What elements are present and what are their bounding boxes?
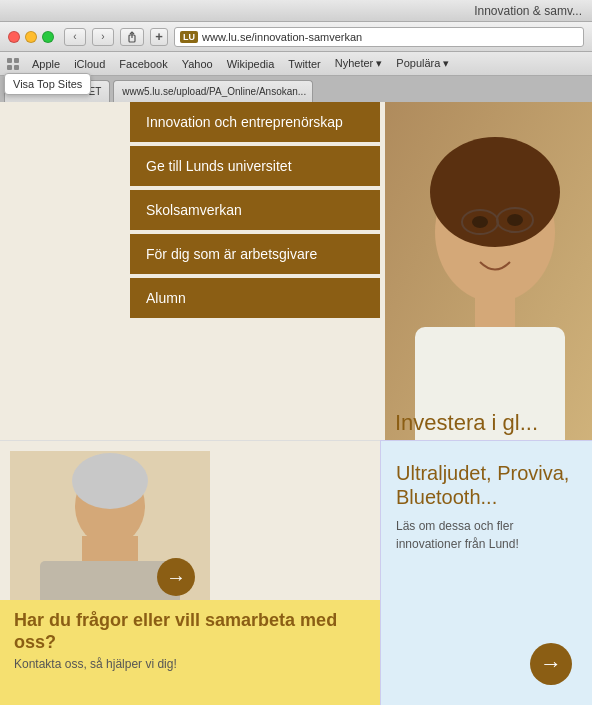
svg-point-18 [72,453,148,509]
address-bar[interactable]: LU www.lu.se/innovation-samverkan [174,27,584,47]
arrow-right-icon-2: → [540,651,562,677]
bottom-text-box: Har du frågor eller vill samarbeta med o… [0,600,380,705]
bookmarks-icon [6,57,20,71]
bottom-row: → Har du frågor eller vill samarbeta med… [0,440,592,705]
menu-item-innovation[interactable]: Innovation och entreprenörskap [130,102,380,142]
bottom-left-card: → Har du frågor eller vill samarbeta med… [0,440,380,705]
bookmarks-bar: Apple iCloud Facebook Yahoo Wikipedia Tw… [0,52,592,76]
bookmark-facebook[interactable]: Facebook [113,56,173,72]
title-bar: Innovation & samv... [0,0,592,22]
tab-pa-online[interactable]: www5.lu.se/upload/PA_Online/Ansokan... [113,80,313,102]
ultrasound-desc: Läs om dessa och fler innovationer från … [396,517,577,553]
svg-rect-2 [14,58,19,63]
arrow-right-button-bottom[interactable]: → [157,558,195,596]
bottom-sub: Kontakta oss, så hjälper vi dig! [14,657,366,671]
svg-rect-3 [7,65,12,70]
left-menu: Innovation och entreprenörskap Ge till L… [130,102,380,322]
svg-rect-4 [14,65,19,70]
arrow-right-button-ultraljud[interactable]: → [530,643,572,685]
share-button[interactable] [120,28,144,46]
window-chrome: ‹ › + LU www.lu.se/innovation-samverkan [0,22,592,52]
bookmark-twitter[interactable]: Twitter [282,56,326,72]
bookmark-wikipedia[interactable]: Wikipedia [221,56,281,72]
minimize-button[interactable] [25,31,37,43]
svg-point-14 [472,216,488,228]
visa-top-sites-tooltip[interactable]: Visa Top Sites [4,73,91,95]
traffic-lights [8,31,54,43]
ultrasound-title: Ultraljudet, Proviva, Bluetooth... [396,461,577,509]
bottom-question: Har du frågor eller vill samarbeta med o… [14,610,366,653]
svg-point-8 [430,137,560,247]
title-bar-text: Innovation & samv... [474,4,582,18]
bookmark-nyheter[interactable]: Nyheter ▾ [329,55,389,72]
zoom-button[interactable] [42,31,54,43]
bookmark-apple[interactable]: Apple [26,56,66,72]
person-photo-bottom: → [10,451,210,611]
bottom-right-card: Ultraljudet, Proviva, Bluetooth... Läs o… [380,440,592,705]
svg-point-15 [507,214,523,226]
back-button[interactable]: ‹ [64,28,86,46]
bookmark-icloud[interactable]: iCloud [68,56,111,72]
lu-badge: LU [180,31,198,43]
investera-card: Investera i gl... Stöd Lund University G… [385,102,592,492]
bookmark-populara[interactable]: Populära ▾ [390,55,455,72]
menu-item-arbetsgivare[interactable]: För dig som är arbetsgivare [130,234,380,274]
page-content: Innovation och entreprenörskap Ge till L… [0,102,592,705]
menu-item-ge-till[interactable]: Ge till Lunds universitet [130,146,380,186]
svg-rect-1 [7,58,12,63]
close-button[interactable] [8,31,20,43]
address-text: www.lu.se/innovation-samverkan [202,31,362,43]
menu-item-skolsamverkan[interactable]: Skolsamverkan [130,190,380,230]
menu-item-alumn[interactable]: Alumn [130,278,380,318]
arrow-right-icon: → [166,566,186,589]
investera-title: Investera i gl... [395,410,582,436]
forward-button[interactable]: › [92,28,114,46]
bookmark-yahoo[interactable]: Yahoo [176,56,219,72]
new-tab-button[interactable]: + [150,28,168,46]
